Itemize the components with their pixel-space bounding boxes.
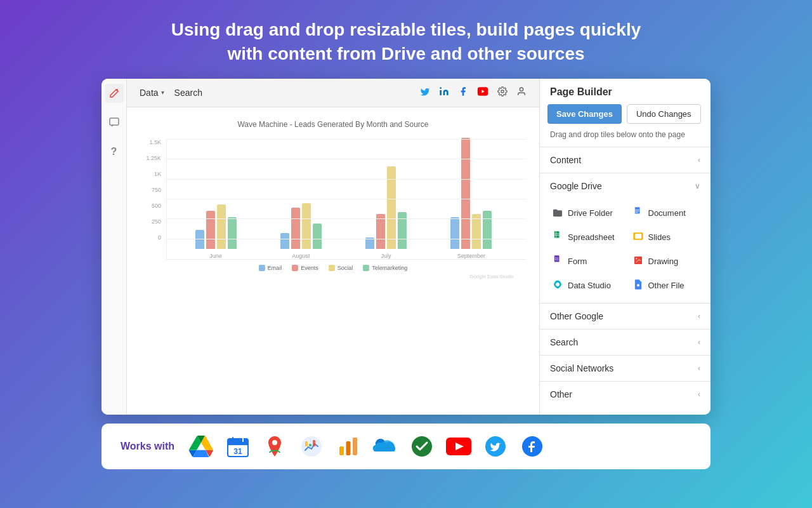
svg-point-2	[440, 87, 442, 89]
svg-rect-5	[634, 207, 639, 213]
spreadsheet-icon	[551, 231, 564, 244]
chart-container: Wave Machine - Leads Generated By Month …	[127, 107, 539, 297]
accordion-other-google: Other Google ‹	[540, 303, 710, 329]
svg-rect-34	[339, 446, 344, 455]
svg-rect-18	[555, 259, 556, 260]
accordion-other-header[interactable]: Other ‹	[540, 382, 710, 407]
brand-icons: 31	[187, 432, 546, 460]
brand-data-studio[interactable]	[298, 432, 325, 460]
data-studio-item[interactable]: Data Studio	[547, 276, 623, 295]
svg-rect-8	[634, 212, 638, 213]
bar-group-july: July	[365, 166, 407, 259]
other-google-chevron-icon: ‹	[698, 312, 700, 321]
accordion-search-header[interactable]: Search ‹	[540, 330, 710, 355]
sidebar-icons: ?	[102, 79, 127, 415]
svg-rect-32	[309, 444, 311, 446]
other-file-item[interactable]: Other File	[628, 276, 704, 295]
accordion-google-drive-header[interactable]: Google Drive ∨	[540, 173, 710, 199]
youtube-toolbar-icon[interactable]	[477, 87, 488, 98]
form-item[interactable]: Form	[547, 252, 623, 271]
chart-legend: Email Events Social Telemarketing	[140, 265, 527, 271]
page-builder-description: Drag and drop tiles below onto the page	[540, 130, 710, 147]
accordion-content: Content ‹	[540, 147, 710, 173]
page-builder-panel: Page Builder Save Changes Undo Changes D…	[539, 79, 710, 415]
social-networks-chevron-icon: ‹	[698, 364, 700, 373]
accordion-social-networks-header[interactable]: Social Networks ‹	[540, 356, 710, 381]
svg-point-4	[520, 88, 523, 91]
svg-rect-1	[110, 118, 119, 125]
svg-rect-35	[346, 441, 351, 455]
content-chevron-icon: ‹	[698, 156, 700, 164]
other-file-icon	[632, 279, 645, 293]
svg-point-3	[501, 90, 504, 93]
save-changes-button[interactable]: Save Changes	[547, 104, 622, 124]
accordion-other-google-header[interactable]: Other Google ‹	[540, 304, 710, 329]
linkedin-toolbar-icon[interactable]	[439, 86, 449, 99]
brand-facebook[interactable]	[518, 432, 546, 460]
twitter-toolbar-icon[interactable]	[420, 87, 430, 98]
svg-point-30	[301, 436, 322, 457]
drive-items-grid: Drive Folder Document Spreadsheet	[540, 199, 710, 303]
accordion-search: Search ‹	[540, 329, 710, 355]
form-icon	[551, 255, 564, 269]
edit-icon[interactable]	[105, 84, 124, 103]
svg-text:31: 31	[233, 447, 242, 456]
svg-point-21	[636, 258, 637, 259]
drive-folder-item[interactable]: Drive Folder	[547, 204, 623, 223]
user-toolbar-icon[interactable]	[516, 86, 527, 99]
works-with-bar: Works with 31	[102, 424, 710, 469]
comment-icon[interactable]	[105, 113, 124, 132]
facebook-toolbar-icon[interactable]	[458, 86, 468, 99]
svg-rect-17	[556, 258, 558, 258]
accordion-content-header[interactable]: Content ‹	[540, 147, 710, 173]
brand-google-maps[interactable]	[261, 432, 289, 460]
brand-onedrive[interactable]	[371, 432, 399, 460]
chart-credit: Google Data Studio	[140, 271, 527, 284]
nav-chevron-icon: ▾	[161, 89, 164, 96]
drawing-item[interactable]: Drawing	[628, 252, 704, 271]
browser-area: ? Data ▾ Search	[102, 79, 539, 415]
help-icon[interactable]: ?	[105, 142, 124, 161]
chart-y-labels: 1.5K 1.25K 1K 750 500 250 0	[140, 139, 164, 241]
svg-rect-31	[305, 441, 308, 446]
svg-point-29	[272, 440, 277, 445]
bar-group-august: August	[280, 203, 322, 259]
settings-toolbar-icon[interactable]	[497, 86, 508, 99]
chart-title: Wave Machine - Leads Generated By Month …	[140, 120, 527, 129]
slides-item[interactable]: Slides	[628, 228, 704, 247]
legend-telemarketing: Telemarketing	[363, 265, 407, 271]
brand-twitter[interactable]	[481, 432, 509, 460]
accordion-other: Other ‹	[540, 381, 710, 407]
browser-toolbar: Data ▾ Search	[127, 79, 539, 107]
accordion-google-drive: Google Drive ∨ Drive Folder Document	[540, 173, 710, 303]
brand-google-calendar[interactable]: 31	[224, 432, 252, 460]
svg-point-22	[637, 284, 639, 286]
spreadsheet-item[interactable]: Spreadsheet	[547, 228, 623, 247]
data-nav[interactable]: Data ▾	[140, 88, 164, 98]
svg-rect-7	[634, 211, 638, 211]
drawing-icon	[632, 255, 645, 269]
brand-youtube[interactable]	[445, 432, 473, 460]
hero-heading: Using drag and drop resizable tiles, bui…	[0, 0, 812, 79]
works-with-label: Works with	[121, 441, 174, 452]
svg-point-0	[116, 89, 118, 91]
page-builder-title: Page Builder	[540, 86, 710, 104]
search-chevron-icon: ‹	[698, 338, 700, 347]
svg-rect-16	[555, 257, 556, 258]
document-item[interactable]: Document	[628, 204, 704, 223]
legend-email: Email	[259, 265, 282, 271]
brand-google-drive[interactable]	[187, 432, 215, 460]
google-drive-chevron-icon: ∨	[695, 182, 700, 190]
svg-rect-36	[353, 438, 357, 455]
main-container: ? Data ▾ Search	[102, 79, 710, 415]
slides-icon	[632, 232, 645, 243]
toolbar-icons	[420, 86, 527, 99]
svg-rect-25	[228, 443, 248, 445]
data-studio-icon	[551, 279, 564, 292]
brand-google-analytics[interactable]	[334, 432, 362, 460]
legend-events: Events	[292, 265, 318, 271]
brand-checkmark[interactable]	[408, 432, 436, 460]
undo-changes-button[interactable]: Undo Changes	[627, 104, 701, 124]
search-nav[interactable]: Search	[174, 88, 202, 98]
svg-rect-14	[634, 234, 641, 239]
